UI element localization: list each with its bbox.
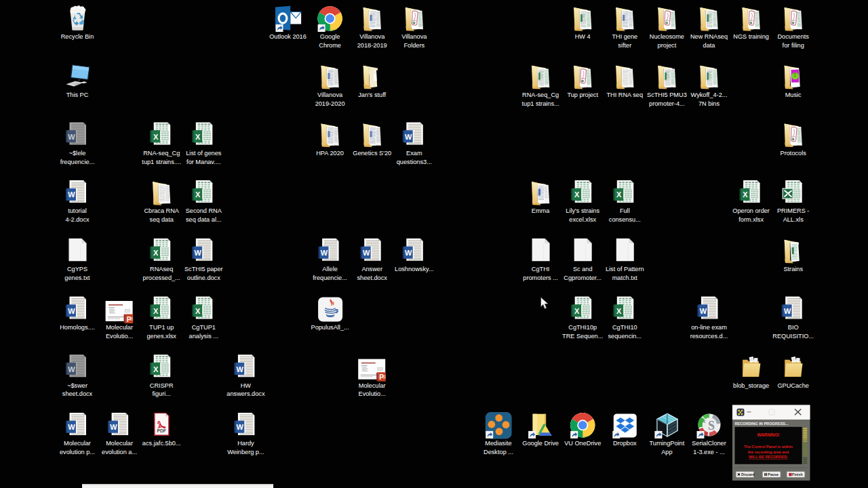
- svg-text:Folders: Folders: [403, 42, 425, 49]
- svg-text:tup1 strains....: tup1 strains....: [142, 159, 181, 165]
- svg-text:BIO: BIO: [788, 324, 799, 331]
- svg-text:Molecular: Molecular: [106, 324, 133, 331]
- svg-text:WILL BE RECORDED.: WILL BE RECORDED.: [749, 455, 788, 459]
- svg-text:outline.docx: outline.docx: [187, 274, 220, 281]
- svg-text:Recycle Bin: Recycle Bin: [61, 33, 94, 40]
- svg-text:PRIMERS -: PRIMERS -: [777, 207, 809, 214]
- svg-text:RNA-seq_Cg: RNA-seq_Cg: [522, 92, 559, 98]
- svg-text:TUP1 up: TUP1 up: [149, 324, 174, 331]
- svg-text:resources.d...: resources.d...: [690, 333, 728, 340]
- svg-text:Loshnowsky...: Loshnowsky...: [395, 266, 434, 272]
- svg-text:Discard: Discard: [741, 472, 755, 476]
- svg-text:processed_...: processed_...: [143, 274, 180, 281]
- svg-text:HW 4: HW 4: [575, 33, 591, 40]
- svg-text:promoters ...: promoters ...: [523, 274, 558, 281]
- svg-text:THI RNA seq: THI RNA seq: [606, 92, 643, 98]
- svg-text:This PC: This PC: [66, 92, 89, 98]
- svg-text:RNAseq: RNAseq: [150, 266, 173, 272]
- svg-text:CgTHI10: CgTHI10: [612, 324, 637, 331]
- svg-text:Music: Music: [785, 92, 802, 98]
- svg-text:GPUCache: GPUCache: [777, 382, 808, 389]
- svg-text:RECORDING IN PROGRESS...: RECORDING IN PROGRESS...: [735, 422, 789, 426]
- svg-text:CgTUP1: CgTUP1: [192, 324, 216, 331]
- svg-text:Allele: Allele: [322, 266, 337, 272]
- svg-text:Villanova: Villanova: [401, 33, 427, 40]
- svg-text:CgTHI: CgTHI: [532, 266, 550, 272]
- svg-text:Cbraca RNA: Cbraca RNA: [144, 207, 179, 214]
- svg-text:VU OneDrive: VU OneDrive: [564, 440, 601, 447]
- svg-text:for Manav....: for Manav....: [186, 159, 220, 165]
- svg-text:Villanova: Villanova: [359, 33, 385, 40]
- svg-text:2019-2020: 2019-2020: [315, 100, 345, 107]
- svg-text:7N bins: 7N bins: [698, 100, 720, 107]
- svg-text:match.txt: match.txt: [612, 274, 638, 281]
- svg-text:consensu...: consensu...: [609, 216, 641, 223]
- svg-text:Full: Full: [620, 207, 630, 214]
- svg-text:frequencie...: frequencie...: [60, 159, 95, 165]
- svg-text:Sc and: Sc and: [573, 266, 593, 272]
- svg-text:Exam: Exam: [406, 150, 422, 157]
- svg-text:evolution a...: evolution a...: [102, 449, 137, 455]
- svg-text:RNA-seq_Cg: RNA-seq_Cg: [143, 150, 180, 157]
- svg-text:ScTHI5 PMU3: ScTHI5 PMU3: [647, 92, 687, 98]
- svg-text:blob_storage: blob_storage: [733, 382, 769, 389]
- svg-text:2018-2019: 2018-2019: [357, 42, 387, 49]
- svg-text:Hardy: Hardy: [237, 440, 254, 447]
- svg-text:CRISPR: CRISPR: [150, 382, 174, 389]
- svg-text:figuri...: figuri...: [152, 390, 171, 397]
- svg-text:1-3.exe - ...: 1-3.exe - ...: [693, 449, 724, 455]
- svg-text:Google: Google: [320, 33, 340, 40]
- svg-text:Answer: Answer: [361, 266, 382, 272]
- svg-text:Evolutio...: Evolutio...: [359, 390, 386, 397]
- svg-text:project: project: [658, 42, 677, 49]
- svg-text:sifter: sifter: [618, 42, 631, 49]
- svg-text:sheet.docx: sheet.docx: [62, 390, 93, 397]
- svg-text:Protocols: Protocols: [781, 150, 807, 157]
- svg-text:TurningPoint: TurningPoint: [650, 440, 685, 447]
- svg-text:frequencie...: frequencie...: [313, 274, 347, 281]
- svg-text:The Control Panel is within: The Control Panel is within: [744, 445, 793, 449]
- svg-text:Cgpromoter...: Cgpromoter...: [564, 274, 601, 281]
- svg-text:PopulusAll_...: PopulusAll_...: [311, 324, 349, 331]
- svg-text:seq data: seq data: [150, 216, 174, 223]
- svg-text:List of Pattern: List of Pattern: [606, 266, 644, 272]
- svg-text:tup1 strains...: tup1 strains...: [522, 100, 559, 107]
- svg-text:Molecular: Molecular: [359, 382, 386, 389]
- svg-text:CgTHI10p: CgTHI10p: [568, 324, 597, 331]
- svg-text:HW: HW: [241, 382, 252, 389]
- svg-text:Pause: Pause: [768, 472, 778, 476]
- svg-text:sequencin...: sequencin...: [608, 333, 642, 340]
- svg-text:excel.xlsx: excel.xlsx: [569, 216, 596, 223]
- svg-text:Strains: Strains: [783, 266, 803, 272]
- svg-text:form.xlsx: form.xlsx: [738, 216, 764, 223]
- svg-text:Molecular: Molecular: [64, 440, 91, 447]
- svg-text:Wykoff_4-2...: Wykoff_4-2...: [691, 92, 728, 98]
- svg-text:Evolutio...: Evolutio...: [106, 333, 133, 340]
- svg-text:Google Drive: Google Drive: [522, 440, 559, 447]
- svg-text:Molecular: Molecular: [106, 440, 133, 447]
- svg-text:evolution p...: evolution p...: [60, 449, 95, 455]
- svg-text:ALL.xls: ALL.xls: [783, 216, 804, 223]
- svg-text:Second RNA: Second RNA: [186, 207, 222, 214]
- svg-text:Chrome: Chrome: [319, 42, 341, 49]
- svg-text:ScTHI5 paper: ScTHI5 paper: [184, 266, 223, 272]
- svg-text:Nucleosome: Nucleosome: [650, 33, 684, 40]
- svg-text:acs.jafc.5b0...: acs.jafc.5b0...: [142, 440, 181, 447]
- svg-text:Mediasite: Mediasite: [485, 440, 511, 447]
- svg-text:Lily's strains: Lily's strains: [566, 207, 599, 214]
- svg-text:Weinberg p...: Weinberg p...: [227, 449, 264, 455]
- svg-text:NGS training: NGS training: [733, 33, 769, 40]
- svg-text:answers.docx: answers.docx: [226, 390, 265, 397]
- svg-text:WARNING!: WARNING!: [757, 432, 779, 437]
- svg-text:tutorial: tutorial: [68, 207, 87, 214]
- svg-text:Documents: Documents: [777, 33, 809, 40]
- svg-text:for filing: for filing: [783, 42, 804, 49]
- svg-text:4-2.docx: 4-2.docx: [65, 216, 90, 223]
- svg-text:seq data al...: seq data al...: [186, 216, 222, 223]
- svg-text:HPA 2020: HPA 2020: [316, 150, 344, 157]
- svg-text:Villanova: Villanova: [317, 92, 343, 98]
- svg-text:Tup project: Tup project: [567, 92, 598, 98]
- svg-text:THI gene: THI gene: [612, 33, 637, 40]
- svg-text:Operon order: Operon order: [732, 207, 770, 214]
- svg-text:Genetics S'20: Genetics S'20: [353, 150, 391, 157]
